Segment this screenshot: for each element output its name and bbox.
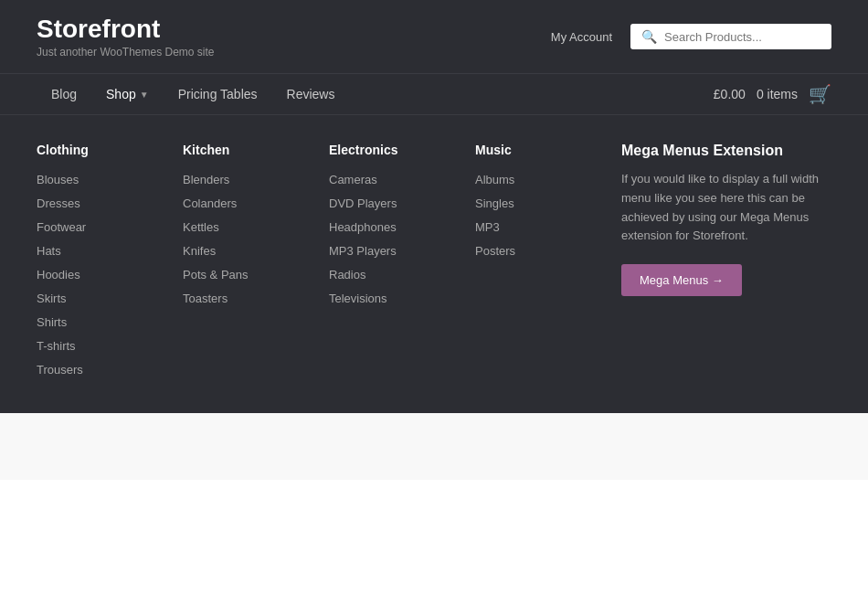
- nav-right: £0.00 0 items 🛒: [714, 83, 831, 105]
- menu-item-shirts[interactable]: Shirts: [37, 315, 67, 329]
- my-account-link[interactable]: My Account: [551, 30, 612, 44]
- search-icon: 🔍: [641, 29, 657, 44]
- mega-extension-text: If you would like to display a full widt…: [621, 170, 831, 246]
- menu-item-blenders[interactable]: Blenders: [183, 173, 229, 186]
- menu-item-kettles[interactable]: Kettles: [183, 220, 219, 234]
- menu-item-radios[interactable]: Radios: [329, 268, 365, 281]
- menu-col-music: Music Albums Singles MP3 Posters: [475, 143, 585, 386]
- menu-item-trousers[interactable]: Trousers: [37, 363, 83, 377]
- menu-item-singles[interactable]: Singles: [475, 196, 514, 210]
- menu-col-clothing-title: Clothing: [37, 143, 146, 157]
- menu-item-mp3-players[interactable]: MP3 Players: [329, 244, 397, 258]
- nav-item-pricing[interactable]: Pricing Tables: [164, 74, 272, 114]
- menu-item-blouses[interactable]: Blouses: [37, 173, 79, 186]
- mega-menu: Clothing Blouses Dresses Footwear Hats H…: [0, 114, 868, 413]
- menu-col-kitchen: Kitchen Blenders Colanders Kettles Knife…: [183, 143, 292, 386]
- menu-item-hoodies[interactable]: Hoodies: [37, 268, 80, 281]
- menu-col-music-title: Music: [475, 143, 585, 157]
- cart-amount: £0.00: [714, 87, 746, 101]
- nav-item-blog[interactable]: Blog: [37, 74, 91, 114]
- mega-menus-button[interactable]: Mega Menus →: [621, 264, 742, 296]
- menu-col-clothing: Clothing Blouses Dresses Footwear Hats H…: [37, 143, 146, 386]
- menu-item-dvd-players[interactable]: DVD Players: [329, 196, 397, 210]
- menu-item-mp3[interactable]: MP3: [475, 220, 500, 234]
- navbar-wrapper: Blog Shop ▼ Pricing Tables Reviews £0.00…: [0, 73, 868, 114]
- menu-item-televisions[interactable]: Televisions: [329, 292, 387, 305]
- menu-item-footwear[interactable]: Footwear: [37, 220, 86, 234]
- menu-item-albums[interactable]: Albums: [475, 173, 514, 186]
- navbar: Blog Shop ▼ Pricing Tables Reviews £0.00…: [0, 73, 868, 114]
- menu-col-electronics: Electronics Cameras DVD Players Headphon…: [329, 143, 439, 386]
- brand-subtitle: Just another WooThemes Demo site: [37, 46, 215, 58]
- nav-item-shop[interactable]: Shop ▼: [91, 74, 164, 114]
- menu-item-cameras[interactable]: Cameras: [329, 173, 377, 186]
- menu-item-knifes[interactable]: Knifes: [183, 244, 216, 258]
- brand-title: Storefront: [37, 15, 215, 44]
- menu-item-toasters[interactable]: Toasters: [183, 292, 228, 305]
- nav-item-reviews[interactable]: Reviews: [272, 74, 350, 114]
- cart-count: 0 items: [757, 87, 798, 101]
- search-box: 🔍: [630, 24, 831, 49]
- header-right: My Account 🔍: [551, 24, 831, 49]
- menu-item-hats[interactable]: Hats: [37, 244, 61, 258]
- menu-col-electronics-title: Electronics: [329, 143, 439, 157]
- chevron-down-icon: ▼: [140, 90, 149, 100]
- menu-item-posters[interactable]: Posters: [475, 244, 515, 258]
- brand: Storefront Just another WooThemes Demo s…: [37, 15, 215, 58]
- menu-item-headphones[interactable]: Headphones: [329, 220, 397, 234]
- nav-left: Blog Shop ▼ Pricing Tables Reviews: [37, 74, 349, 114]
- mega-extension-title: Mega Menus Extension: [621, 143, 831, 159]
- menu-item-colanders[interactable]: Colanders: [183, 196, 237, 210]
- site-header: Storefront Just another WooThemes Demo s…: [0, 0, 868, 73]
- cart-icon[interactable]: 🛒: [809, 83, 831, 105]
- menu-item-pots-pans[interactable]: Pots & Pans: [183, 268, 249, 281]
- mega-extension-panel: Mega Menus Extension If you would like t…: [621, 143, 831, 386]
- menu-item-dresses[interactable]: Dresses: [37, 196, 80, 210]
- menu-item-tshirts[interactable]: T-shirts: [37, 339, 76, 353]
- menu-col-kitchen-title: Kitchen: [183, 143, 292, 157]
- menu-item-skirts[interactable]: Skirts: [37, 292, 67, 305]
- search-input[interactable]: [664, 30, 820, 44]
